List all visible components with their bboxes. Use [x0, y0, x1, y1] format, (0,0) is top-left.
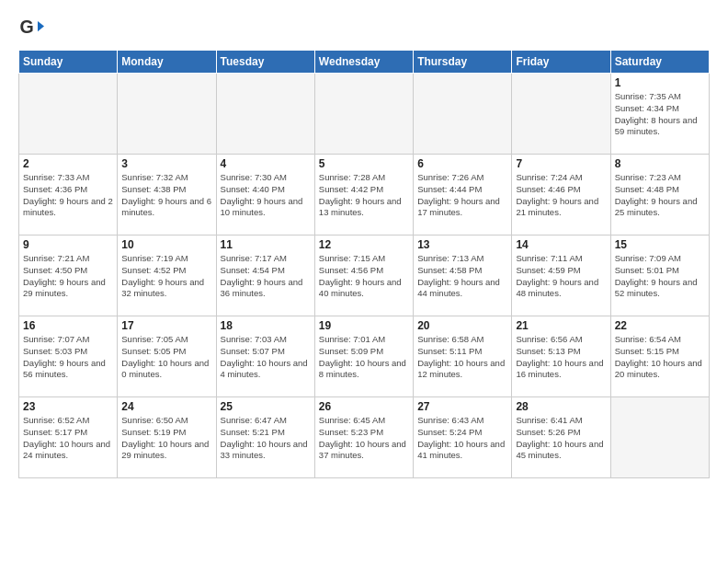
day-number: 28: [516, 400, 606, 413]
day-number: 27: [417, 400, 507, 413]
day-number: 24: [121, 400, 211, 413]
day-number: 25: [221, 400, 311, 413]
logo-icon: G: [18, 15, 44, 40]
day-header-wednesday: Wednesday: [314, 51, 413, 74]
day-cell: 27Sunrise: 6:43 AM Sunset: 5:24 PM Dayli…: [414, 397, 512, 478]
day-number: 17: [121, 319, 211, 332]
header-row: SundayMondayTuesdayWednesdayThursdayFrid…: [19, 51, 710, 74]
day-number: 8: [615, 157, 705, 170]
week-row-1: 1Sunrise: 7:35 AM Sunset: 4:34 PM Daylig…: [19, 74, 710, 155]
day-number: 22: [615, 319, 705, 332]
day-info: Sunrise: 7:21 AM Sunset: 4:50 PM Dayligh…: [23, 253, 113, 300]
day-number: 16: [23, 319, 113, 332]
day-number: 5: [319, 157, 409, 170]
day-number: 4: [221, 157, 311, 170]
day-info: Sunrise: 6:43 AM Sunset: 5:24 PM Dayligh…: [417, 415, 507, 462]
logo: G: [18, 15, 48, 40]
day-cell: 2Sunrise: 7:33 AM Sunset: 4:36 PM Daylig…: [19, 155, 118, 236]
day-cell: 18Sunrise: 7:03 AM Sunset: 5:07 PM Dayli…: [216, 316, 314, 397]
day-number: 15: [615, 238, 705, 251]
day-info: Sunrise: 7:15 AM Sunset: 4:56 PM Dayligh…: [319, 253, 409, 300]
day-cell: [118, 74, 216, 155]
day-cell: 22Sunrise: 6:54 AM Sunset: 5:15 PM Dayli…: [610, 316, 709, 397]
day-cell: 13Sunrise: 7:13 AM Sunset: 4:58 PM Dayli…: [414, 236, 512, 316]
svg-text:G: G: [19, 17, 33, 37]
day-info: Sunrise: 7:28 AM Sunset: 4:42 PM Dayligh…: [319, 172, 409, 219]
day-number: 12: [319, 238, 409, 251]
week-row-4: 16Sunrise: 7:07 AM Sunset: 5:03 PM Dayli…: [19, 316, 710, 397]
day-number: 23: [23, 400, 113, 413]
day-number: 14: [516, 238, 606, 251]
day-number: 10: [121, 238, 211, 251]
day-cell: 26Sunrise: 6:45 AM Sunset: 5:23 PM Dayli…: [314, 397, 413, 478]
svg-marker-1: [38, 21, 44, 31]
day-cell: 16Sunrise: 7:07 AM Sunset: 5:03 PM Dayli…: [19, 316, 118, 397]
day-cell: 8Sunrise: 7:23 AM Sunset: 4:48 PM Daylig…: [610, 155, 709, 236]
day-cell: 19Sunrise: 7:01 AM Sunset: 5:09 PM Dayli…: [314, 316, 413, 397]
day-info: Sunrise: 7:03 AM Sunset: 5:07 PM Dayligh…: [221, 334, 311, 381]
day-number: 19: [319, 319, 409, 332]
day-info: Sunrise: 6:56 AM Sunset: 5:13 PM Dayligh…: [516, 334, 606, 381]
week-row-2: 2Sunrise: 7:33 AM Sunset: 4:36 PM Daylig…: [19, 155, 710, 236]
day-info: Sunrise: 7:05 AM Sunset: 5:05 PM Dayligh…: [121, 334, 211, 381]
day-number: 21: [516, 319, 606, 332]
day-cell: 20Sunrise: 6:58 AM Sunset: 5:11 PM Dayli…: [414, 316, 512, 397]
day-cell: 3Sunrise: 7:32 AM Sunset: 4:38 PM Daylig…: [118, 155, 216, 236]
calendar-table: SundayMondayTuesdayWednesdayThursdayFrid…: [18, 50, 710, 478]
day-info: Sunrise: 7:13 AM Sunset: 4:58 PM Dayligh…: [417, 253, 507, 300]
day-cell: [314, 74, 413, 155]
day-cell: 7Sunrise: 7:24 AM Sunset: 4:46 PM Daylig…: [512, 155, 610, 236]
day-info: Sunrise: 7:30 AM Sunset: 4:40 PM Dayligh…: [221, 172, 311, 219]
day-info: Sunrise: 6:47 AM Sunset: 5:21 PM Dayligh…: [221, 415, 311, 462]
day-cell: 14Sunrise: 7:11 AM Sunset: 4:59 PM Dayli…: [512, 236, 610, 316]
day-header-tuesday: Tuesday: [216, 51, 314, 74]
day-header-friday: Friday: [512, 51, 610, 74]
day-number: 3: [121, 157, 211, 170]
day-cell: 4Sunrise: 7:30 AM Sunset: 4:40 PM Daylig…: [216, 155, 314, 236]
week-row-5: 23Sunrise: 6:52 AM Sunset: 5:17 PM Dayli…: [19, 397, 710, 478]
day-cell: [512, 74, 610, 155]
day-header-thursday: Thursday: [414, 51, 512, 74]
day-cell: 12Sunrise: 7:15 AM Sunset: 4:56 PM Dayli…: [314, 236, 413, 316]
day-info: Sunrise: 7:35 AM Sunset: 4:34 PM Dayligh…: [615, 91, 705, 138]
day-info: Sunrise: 7:11 AM Sunset: 4:59 PM Dayligh…: [516, 253, 606, 300]
day-cell: [610, 397, 709, 478]
day-cell: 21Sunrise: 6:56 AM Sunset: 5:13 PM Dayli…: [512, 316, 610, 397]
day-info: Sunrise: 6:54 AM Sunset: 5:15 PM Dayligh…: [615, 334, 705, 381]
calendar-header: SundayMondayTuesdayWednesdayThursdayFrid…: [19, 51, 710, 74]
day-number: 13: [417, 238, 507, 251]
day-cell: 6Sunrise: 7:26 AM Sunset: 4:44 PM Daylig…: [414, 155, 512, 236]
day-cell: 23Sunrise: 6:52 AM Sunset: 5:17 PM Dayli…: [19, 397, 118, 478]
day-info: Sunrise: 7:09 AM Sunset: 5:01 PM Dayligh…: [615, 253, 705, 300]
day-info: Sunrise: 7:17 AM Sunset: 4:54 PM Dayligh…: [221, 253, 311, 300]
day-cell: [216, 74, 314, 155]
day-number: 9: [23, 238, 113, 251]
day-header-saturday: Saturday: [610, 51, 709, 74]
day-info: Sunrise: 7:26 AM Sunset: 4:44 PM Dayligh…: [417, 172, 507, 219]
day-header-sunday: Sunday: [19, 51, 118, 74]
day-info: Sunrise: 7:01 AM Sunset: 5:09 PM Dayligh…: [319, 334, 409, 381]
page: G SundayMondayTuesdayWednesdayThursdayFr…: [0, 0, 728, 563]
day-number: 2: [23, 157, 113, 170]
header: G: [18, 15, 710, 40]
day-info: Sunrise: 7:19 AM Sunset: 4:52 PM Dayligh…: [121, 253, 211, 300]
day-info: Sunrise: 6:52 AM Sunset: 5:17 PM Dayligh…: [23, 415, 113, 462]
day-info: Sunrise: 6:50 AM Sunset: 5:19 PM Dayligh…: [121, 415, 211, 462]
day-info: Sunrise: 7:07 AM Sunset: 5:03 PM Dayligh…: [23, 334, 113, 381]
day-number: 1: [615, 76, 705, 89]
day-number: 18: [221, 319, 311, 332]
day-cell: 24Sunrise: 6:50 AM Sunset: 5:19 PM Dayli…: [118, 397, 216, 478]
day-cell: 1Sunrise: 7:35 AM Sunset: 4:34 PM Daylig…: [610, 74, 709, 155]
day-info: Sunrise: 6:41 AM Sunset: 5:26 PM Dayligh…: [516, 415, 606, 462]
day-cell: 25Sunrise: 6:47 AM Sunset: 5:21 PM Dayli…: [216, 397, 314, 478]
day-number: 7: [516, 157, 606, 170]
day-info: Sunrise: 6:58 AM Sunset: 5:11 PM Dayligh…: [417, 334, 507, 381]
day-number: 6: [417, 157, 507, 170]
day-info: Sunrise: 6:45 AM Sunset: 5:23 PM Dayligh…: [319, 415, 409, 462]
day-info: Sunrise: 7:23 AM Sunset: 4:48 PM Dayligh…: [615, 172, 705, 219]
day-cell: [414, 74, 512, 155]
day-cell: 10Sunrise: 7:19 AM Sunset: 4:52 PM Dayli…: [118, 236, 216, 316]
day-number: 20: [417, 319, 507, 332]
day-info: Sunrise: 7:32 AM Sunset: 4:38 PM Dayligh…: [121, 172, 211, 219]
day-number: 26: [319, 400, 409, 413]
